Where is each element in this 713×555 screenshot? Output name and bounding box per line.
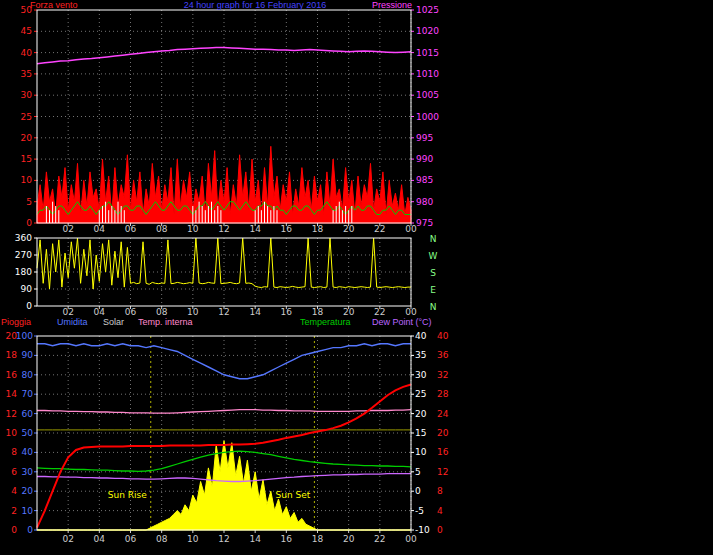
x-tick-label: 14 xyxy=(249,534,261,544)
direction-tick-label: 0 xyxy=(26,301,32,311)
weather-station-24h-graph: 0510152025303540455097598098599099510001… xyxy=(0,0,713,555)
direction-tick-label: 360 xyxy=(15,233,32,243)
wind-tick-label: 15 xyxy=(21,154,32,164)
humidity-series xyxy=(37,344,411,379)
rain-scale-tick-label: 10 xyxy=(6,428,18,438)
rain-scale-tick-label: 4 xyxy=(11,486,17,496)
legend-temperature: Temperatura xyxy=(300,317,351,327)
rain-total-tick-label: 4 xyxy=(437,506,443,516)
humidity-tick-label: 0 xyxy=(27,525,33,535)
rain-scale-tick-label: 6 xyxy=(11,467,17,477)
temperature-tick-label: -5 xyxy=(415,506,424,516)
direction-tick-label: 270 xyxy=(15,250,32,260)
x-tick-label: 16 xyxy=(281,534,293,544)
humidity-tick-label: 80 xyxy=(22,370,34,380)
wind-tick-label: 5 xyxy=(26,197,32,207)
legend-solar: Solar xyxy=(103,317,124,327)
x-tick-label: 10 xyxy=(187,534,199,544)
rain-total-tick-label: 16 xyxy=(437,447,449,457)
rain-total-tick-label: 12 xyxy=(437,467,448,477)
temperature-tick-label: 20 xyxy=(415,409,427,419)
pressure-tick-label: 1020 xyxy=(416,26,439,36)
pressure-tick-label: 980 xyxy=(416,197,433,207)
x-tick-label: 18 xyxy=(312,534,324,544)
humidity-tick-label: 70 xyxy=(22,389,34,399)
compass-letter: S xyxy=(430,268,436,278)
legend-humidity: Umidita xyxy=(57,317,88,327)
direction-tick-label: 180 xyxy=(15,267,32,277)
humidity-tick-label: 40 xyxy=(22,447,34,457)
temperature-tick-label: 10 xyxy=(415,447,427,457)
x-tick-label: 02 xyxy=(62,534,73,544)
rain-total-tick-label: 24 xyxy=(437,409,449,419)
wind-tick-label: 10 xyxy=(21,175,33,185)
temperature-tick-label: 0 xyxy=(415,486,421,496)
rain-scale-tick-label: 12 xyxy=(6,409,17,419)
compass-letter: W xyxy=(429,251,438,261)
wind-gust-series xyxy=(37,146,411,223)
wind-tick-label: 45 xyxy=(21,26,32,36)
sunrise-label: Sun Rise xyxy=(108,490,147,500)
humidity-tick-label: 60 xyxy=(22,409,34,419)
humidity-tick-label: 10 xyxy=(22,506,34,516)
rain-total-tick-label: 36 xyxy=(437,350,449,360)
wind-tick-label: 30 xyxy=(21,90,33,100)
pressure-tick-label: 1010 xyxy=(416,69,439,79)
x-tick-label: 20 xyxy=(343,534,355,544)
temperature-tick-label: 25 xyxy=(415,389,426,399)
pressure-tick-label: 975 xyxy=(416,218,433,228)
rain-total-tick-label: 20 xyxy=(437,428,449,438)
page-title: 24 hour graph for 16 February 2016 xyxy=(130,0,380,10)
humidity-tick-label: 100 xyxy=(16,331,33,341)
wind-tick-label: 20 xyxy=(21,133,33,143)
rain-scale-tick-label: 0 xyxy=(11,525,17,535)
temperature-tick-label: 5 xyxy=(415,467,421,477)
x-tick-label: 00 xyxy=(405,534,417,544)
sunset-label: Sun Set xyxy=(276,490,311,500)
wind-tick-label: 35 xyxy=(21,69,32,79)
rain-scale-tick-label: 20 xyxy=(6,331,18,341)
legend-indoor-temp: Temp. interna xyxy=(138,317,193,327)
rain-scale-tick-label: 16 xyxy=(6,370,18,380)
wind-axis-title: Forza vento xyxy=(30,0,78,10)
compass-letter: E xyxy=(430,285,436,295)
compass-letter: N xyxy=(430,234,437,244)
rain-total-tick-label: 28 xyxy=(437,389,449,399)
compass-letter: N xyxy=(430,302,437,312)
rain-scale-tick-label: 2 xyxy=(11,506,17,516)
rain-scale-tick-label: 14 xyxy=(6,389,18,399)
pressure-tick-label: 995 xyxy=(416,133,433,143)
wind-direction-series xyxy=(37,238,411,289)
humidity-tick-label: 20 xyxy=(22,486,34,496)
x-tick-label: 06 xyxy=(125,534,137,544)
rain-scale-tick-label: 8 xyxy=(11,447,17,457)
pressure-axis-title: Pressione xyxy=(372,0,412,10)
x-tick-label: 12 xyxy=(218,534,229,544)
wind-tick-label: 40 xyxy=(21,48,33,58)
pressure-tick-label: 1000 xyxy=(416,112,439,122)
legend-dew-point: Dew Point (°C) xyxy=(372,317,432,327)
rain-total-tick-label: 32 xyxy=(437,370,448,380)
solar-series xyxy=(37,441,411,530)
temperature-tick-label: 30 xyxy=(415,370,427,380)
rain-total-tick-label: 40 xyxy=(437,331,449,341)
pressure-series xyxy=(37,48,411,64)
x-tick-label: 22 xyxy=(374,534,385,544)
rain-total-tick-label: 0 xyxy=(437,525,443,535)
direction-tick-label: 90 xyxy=(21,284,33,294)
wind-tick-label: 0 xyxy=(26,218,32,228)
x-tick-label: 04 xyxy=(94,534,106,544)
pressure-tick-label: 990 xyxy=(416,154,433,164)
temperature-tick-label: 40 xyxy=(415,331,427,341)
temperature-tick-label: 15 xyxy=(415,428,426,438)
pressure-tick-label: 1005 xyxy=(416,90,439,100)
humidity-tick-label: 90 xyxy=(22,350,34,360)
rain-total-tick-label: 8 xyxy=(437,486,443,496)
pressure-tick-label: 1015 xyxy=(416,48,439,58)
rain-scale-tick-label: 18 xyxy=(6,350,18,360)
humidity-tick-label: 30 xyxy=(22,467,34,477)
temperature-tick-label: 35 xyxy=(415,350,426,360)
pressure-tick-label: 985 xyxy=(416,175,433,185)
weather-charts-canvas: 0510152025303540455097598098599099510001… xyxy=(0,0,713,555)
legend-rain: Pioggia xyxy=(1,317,31,327)
